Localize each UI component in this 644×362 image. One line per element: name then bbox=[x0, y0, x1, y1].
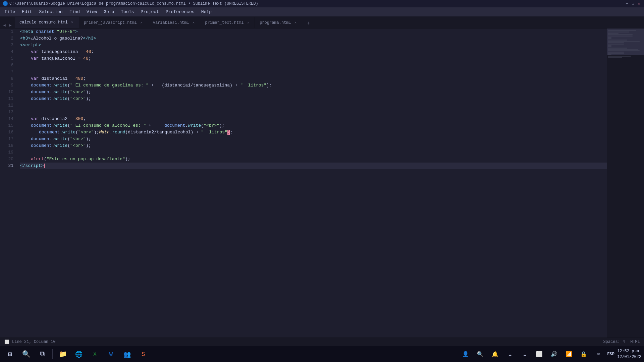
line-number: 13 bbox=[0, 109, 13, 116]
language-selector[interactable]: ESP bbox=[607, 352, 614, 357]
language-indicator[interactable]: HTML bbox=[630, 340, 640, 344]
line-number: 6 bbox=[0, 62, 13, 69]
teams-button[interactable]: 👥 bbox=[120, 347, 135, 362]
status-left: ⬜ Line 21, Column 10 bbox=[4, 339, 56, 345]
code-line-12 bbox=[20, 102, 607, 109]
code-line-3: <script> bbox=[20, 42, 607, 49]
maximize-button[interactable]: □ bbox=[631, 1, 635, 6]
minimize-button[interactable]: ─ bbox=[625, 1, 629, 6]
code-line-4: var tanquegasolina = 40; bbox=[20, 49, 607, 55]
minimap-content bbox=[607, 28, 644, 60]
code-line-17: document.write("<br>"); bbox=[20, 136, 607, 142]
minimap bbox=[607, 28, 644, 338]
speaker-icon[interactable]: 🔊 bbox=[548, 348, 560, 360]
tab-label: primer_text.html bbox=[205, 20, 244, 25]
start-button[interactable]: ⊞ bbox=[3, 347, 17, 362]
title-bar-controls: ─ □ ✕ bbox=[625, 1, 641, 6]
menu-view[interactable]: View bbox=[83, 8, 100, 16]
spaces-indicator[interactable]: Spaces: 4 bbox=[603, 340, 625, 344]
line-number: 1 bbox=[0, 28, 13, 35]
keyboard-icon[interactable]: ⌨ bbox=[592, 348, 604, 360]
taskbar-separator bbox=[52, 349, 53, 359]
word-button[interactable]: W bbox=[104, 347, 118, 362]
new-tab-button[interactable]: + bbox=[304, 19, 313, 28]
close-button[interactable]: ✕ bbox=[637, 1, 641, 6]
menu-goto[interactable]: Goto bbox=[100, 8, 117, 16]
line-number: 8 bbox=[0, 75, 13, 82]
tab-prev-button[interactable]: ◀ bbox=[1, 22, 7, 28]
sublime-button[interactable]: S bbox=[136, 347, 151, 362]
menu-tools[interactable]: Tools bbox=[117, 8, 137, 16]
status-bar: ⬜ Line 21, Column 10 Spaces: 4 HTML bbox=[0, 338, 644, 346]
code-line-5: var tanquealcohol = 40; bbox=[20, 55, 607, 62]
tab-programa[interactable]: programa.html × bbox=[255, 17, 302, 28]
onedrive-icon[interactable]: ☁ bbox=[519, 348, 531, 360]
code-line-7 bbox=[20, 69, 607, 75]
search-sys-icon[interactable]: 🔍 bbox=[474, 348, 486, 360]
code-line-9: document.write(" El consumo de gasolina … bbox=[20, 82, 607, 89]
tab-next-button[interactable]: ▶ bbox=[7, 22, 13, 28]
search-button[interactable]: 🔍 bbox=[19, 347, 34, 362]
tab-label: programa.html bbox=[260, 20, 291, 25]
network-icon[interactable]: 👤 bbox=[460, 348, 472, 360]
network-status-icon[interactable]: 📶 bbox=[563, 348, 575, 360]
menu-preferences[interactable]: Preferences bbox=[162, 8, 198, 16]
line-number: 7 bbox=[0, 69, 13, 75]
code-line-15: document.write(" El consumo de alcohol e… bbox=[20, 122, 607, 129]
tab-calculo-consumo[interactable]: calculo_consumo.html × bbox=[15, 17, 79, 28]
notifications-icon[interactable]: 🔔 bbox=[489, 348, 501, 360]
code-line-8: var distancia1 = 480; bbox=[20, 75, 607, 82]
code-line-16: document.write("<br>");Math.round(distan… bbox=[20, 129, 607, 136]
file-explorer-button[interactable]: 📁 bbox=[55, 347, 70, 362]
line-number: 18 bbox=[0, 142, 13, 149]
title-bar: 🔵 C:\Users\Usuario\Google Drive\Lógica d… bbox=[0, 0, 644, 7]
status-right: Spaces: 4 HTML bbox=[603, 340, 640, 344]
tab-primer-text[interactable]: primer_text.html × bbox=[200, 17, 255, 28]
tab-primer-javascript[interactable]: primer_javascript.html × bbox=[79, 17, 148, 28]
code-editor[interactable]: <meta charset="UTF-8"> <h3>¿Alcohol o ga… bbox=[16, 28, 607, 338]
tab-close-button[interactable]: × bbox=[140, 20, 143, 25]
menu-find[interactable]: Find bbox=[66, 8, 83, 16]
line-number: 2 bbox=[0, 35, 13, 42]
tab-close-button[interactable]: × bbox=[247, 20, 250, 25]
code-line-6 bbox=[20, 62, 607, 69]
line-numbers: 1 2 3 4 5 6 7 8 9 10 11 12 13 14 15 16 1… bbox=[0, 28, 16, 338]
line-number: 20 bbox=[0, 156, 13, 163]
tab-close-button[interactable]: × bbox=[70, 20, 74, 25]
code-line-18: document.write("<br>"); bbox=[20, 142, 607, 149]
tab-variables1[interactable]: variables1.html × bbox=[148, 17, 201, 28]
line-number: 16 bbox=[0, 129, 13, 136]
tab-navigation: ◀ ▶ bbox=[0, 22, 15, 28]
clock-time: 12:52 p.m. bbox=[617, 349, 641, 354]
excel-button[interactable]: X bbox=[88, 347, 102, 362]
chrome-button[interactable]: 🌐 bbox=[71, 347, 86, 362]
cloud-icon[interactable]: ☁ bbox=[504, 348, 516, 360]
vpn-icon[interactable]: 🔒 bbox=[578, 348, 590, 360]
code-line-19 bbox=[20, 149, 607, 156]
tab-bar: ◀ ▶ calculo_consumo.html × primer_javasc… bbox=[0, 17, 644, 28]
menu-file[interactable]: File bbox=[1, 8, 18, 16]
menu-project[interactable]: Project bbox=[137, 8, 162, 16]
code-line-20: alert("Este es un pop-up desafiante"); bbox=[20, 156, 607, 163]
menu-help[interactable]: Help bbox=[198, 8, 215, 16]
tab-close-button[interactable]: × bbox=[294, 20, 298, 25]
code-line-14: var distancia2 = 300; bbox=[20, 116, 607, 122]
menu-selection[interactable]: Selection bbox=[36, 8, 66, 16]
line-number: 4 bbox=[0, 49, 13, 55]
title-bar-text: C:\Users\Usuario\Google Drive\Lógica de … bbox=[9, 1, 258, 6]
system-clock[interactable]: 12:52 p.m. 12/01/2022 bbox=[617, 349, 641, 360]
taskmanager-icon[interactable]: ⬜ bbox=[533, 348, 545, 360]
taskview-button[interactable]: ⧉ bbox=[35, 347, 50, 362]
line-number: 14 bbox=[0, 116, 13, 122]
menu-edit[interactable]: Edit bbox=[18, 8, 36, 16]
clock-date: 12/01/2022 bbox=[617, 354, 641, 360]
line-number: 3 bbox=[0, 42, 13, 49]
line-number: 12 bbox=[0, 102, 13, 109]
tab-close-button[interactable]: × bbox=[192, 20, 196, 25]
code-line-1: <meta charset="UTF-8"> bbox=[20, 28, 607, 35]
menu-bar: File Edit Selection Find View Goto Tools… bbox=[0, 7, 644, 17]
tab-label: primer_javascript.html bbox=[84, 20, 137, 25]
editor-container: 1 2 3 4 5 6 7 8 9 10 11 12 13 14 15 16 1… bbox=[0, 28, 644, 338]
code-line-10: document.write("<br>"); bbox=[20, 89, 607, 96]
line-number: 5 bbox=[0, 55, 13, 62]
